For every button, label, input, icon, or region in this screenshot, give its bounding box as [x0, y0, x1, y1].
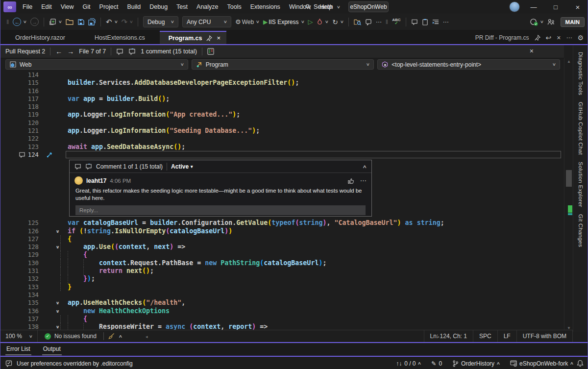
member-dropdown[interactable]: <top-level-statements-entry-point> ∨	[377, 59, 560, 70]
tab-hostextensions[interactable]: HostExtensions.cs	[80, 31, 160, 44]
restart-button[interactable]: ↻∨	[330, 17, 345, 27]
menu-item-view[interactable]: View	[56, 0, 78, 14]
code-line-121[interactable]: 121app.Logger.LogInformation("Seeding Da…	[0, 127, 564, 135]
code-line-134[interactable]: 134	[0, 291, 564, 299]
current-branch-button[interactable]: OrderHistory ∧	[452, 360, 500, 367]
menu-item-edit[interactable]: Edit	[37, 0, 56, 14]
code-line-125[interactable]: 125var catalogBaseUrl = builder.Configur…	[0, 219, 564, 227]
line-number[interactable]: 120	[0, 119, 39, 127]
tab-program-active[interactable]: Program.cs ×	[160, 31, 226, 44]
code-line-114[interactable]: 114	[0, 71, 564, 79]
restore-icon[interactable]: ↩	[546, 34, 552, 42]
user-avatar[interactable]	[509, 1, 520, 12]
code-line-127[interactable]: 127{	[0, 235, 564, 243]
tab-error-list[interactable]: Error List	[5, 344, 31, 355]
line-number[interactable]: 116	[0, 87, 39, 95]
menu-item-debug[interactable]: Debug	[145, 0, 172, 14]
find-in-files-button[interactable]	[352, 17, 363, 27]
close-diff-icon[interactable]: ×	[557, 34, 561, 42]
next-file-arrow-icon[interactable]: →	[67, 48, 74, 55]
save-all-button[interactable]	[86, 17, 98, 27]
new-item-button[interactable]: ∨	[47, 17, 64, 27]
menu-item-file[interactable]: File	[18, 0, 37, 14]
line-number[interactable]: 118	[0, 103, 39, 111]
format-button[interactable]	[430, 18, 441, 26]
line-number[interactable]: 129	[0, 251, 39, 259]
horizontal-scrollbar[interactable]: ◂ ▸	[146, 333, 440, 340]
comment-status-dropdown[interactable]: Active ▾	[171, 163, 193, 170]
comment-options-icon[interactable]: ⋯	[360, 177, 367, 184]
next-comment-icon[interactable]	[128, 49, 136, 55]
close-button[interactable]: ×	[567, 0, 588, 14]
code-line-116[interactable]: 116	[0, 87, 564, 95]
line-number[interactable]: 115	[0, 79, 39, 87]
sidetab-solution-explorer[interactable]: Solution Explorer	[578, 162, 584, 207]
paste-button[interactable]	[420, 17, 430, 27]
line-number[interactable]: 122	[0, 135, 39, 143]
toolbar-grip[interactable]: ‖	[6, 18, 9, 25]
redo-button[interactable]: ↷∨	[120, 16, 135, 28]
line-number[interactable]: 137	[0, 315, 39, 323]
line-number[interactable]: 130	[0, 259, 39, 267]
line-number[interactable]: 127	[0, 235, 39, 243]
code-editor[interactable]: 114115builder.Services.AddDatabaseDevelo…	[0, 71, 564, 332]
line-number[interactable]: 133	[0, 283, 39, 291]
comment-button[interactable]	[409, 18, 420, 26]
line-number[interactable]: 117	[0, 95, 39, 103]
next-comment-icon[interactable]	[85, 164, 92, 170]
code-line-137[interactable]: 137{	[0, 315, 564, 323]
code-cleanup-button[interactable]	[108, 333, 115, 340]
line-number[interactable]: 134	[0, 291, 39, 299]
reply-input[interactable]: Reply...	[75, 205, 366, 215]
menu-item-analyze[interactable]: Analyze	[192, 0, 222, 14]
copilot-button[interactable]: ∨	[528, 17, 545, 27]
unsaved-edits-indicator[interactable]: ✎ 0	[431, 360, 442, 367]
feedback-button[interactable]	[363, 17, 374, 27]
line-ending-indicator[interactable]: LF	[497, 330, 516, 342]
line-number[interactable]: 132	[0, 275, 39, 283]
code-line-128[interactable]: 128∨app.Use((context, next) =>	[0, 243, 564, 251]
start-without-debugging-button[interactable]: ▷	[306, 17, 315, 27]
navigate-forward-button[interactable]: →	[28, 16, 41, 27]
menu-item-tools[interactable]: Tools	[223, 0, 246, 14]
sync-commits-button[interactable]: ↑↓ 0 / 0 ∧	[396, 360, 421, 367]
code-line-124[interactable]: 124	[0, 151, 564, 159]
collapse-thread-icon[interactable]: ∧	[363, 164, 368, 169]
toolbar-grip-2[interactable]: ‖	[386, 18, 388, 25]
navigate-back-button[interactable]: ←∨	[11, 16, 28, 27]
vertical-scrollbar[interactable]: ▲ ▼	[564, 58, 573, 332]
prev-comment-icon[interactable]	[74, 164, 81, 170]
code-line-118[interactable]: 118	[0, 103, 564, 111]
open-folder-button[interactable]	[64, 17, 75, 26]
line-number[interactable]: 126	[0, 227, 39, 235]
pin-icon[interactable]	[535, 35, 540, 41]
tab-close-icon[interactable]: ×	[217, 34, 220, 42]
code-line-126[interactable]: 126∨if (!string.IsNullOrEmpty(catalogBas…	[0, 227, 564, 235]
more-options-icon[interactable]: ⋯	[566, 34, 572, 41]
toolbar-overflow-button[interactable]: ⋯	[374, 17, 384, 27]
sidetab-github-copilot-chat[interactable]: GitHub Copilot Chat	[578, 102, 584, 155]
hot-reload-button[interactable]: ∨	[315, 17, 330, 27]
line-number[interactable]: 131	[0, 267, 39, 275]
prev-comment-icon[interactable]	[116, 49, 123, 55]
solution-platform-dropdown[interactable]: Any CPU∨	[182, 16, 231, 27]
project-dropdown[interactable]: Web ∨	[5, 59, 188, 70]
editor-settings-gear-icon[interactable]: ⚙	[577, 34, 584, 42]
code-line-115[interactable]: 115builder.Services.AddDatabaseDeveloper…	[0, 79, 564, 87]
encoding-indicator[interactable]: UTF-8 with BOM	[516, 330, 573, 342]
search-menu[interactable]: Search ∨	[305, 0, 340, 14]
solution-search-box[interactable]: eShopOnWeb	[348, 1, 389, 12]
issues-status-label[interactable]: No issues found	[54, 333, 97, 340]
code-line-133[interactable]: 133}	[0, 283, 564, 291]
branch-picker-main-button[interactable]: MAIN	[561, 17, 585, 27]
line-number[interactable]: 135	[0, 299, 39, 307]
thumbs-up-icon[interactable]	[347, 177, 354, 184]
code-line-120[interactable]: 120	[0, 119, 564, 127]
close-pr-bar-icon[interactable]: ×	[530, 47, 534, 55]
menu-item-test[interactable]: Test	[172, 0, 192, 14]
diff-view-icon[interactable]	[207, 48, 214, 55]
code-line-131[interactable]: 131return next();	[0, 267, 564, 275]
menu-item-project[interactable]: Project	[95, 0, 123, 14]
prev-file-arrow-icon[interactable]: ←	[55, 48, 62, 55]
notifications-bell-icon[interactable]	[577, 360, 584, 367]
